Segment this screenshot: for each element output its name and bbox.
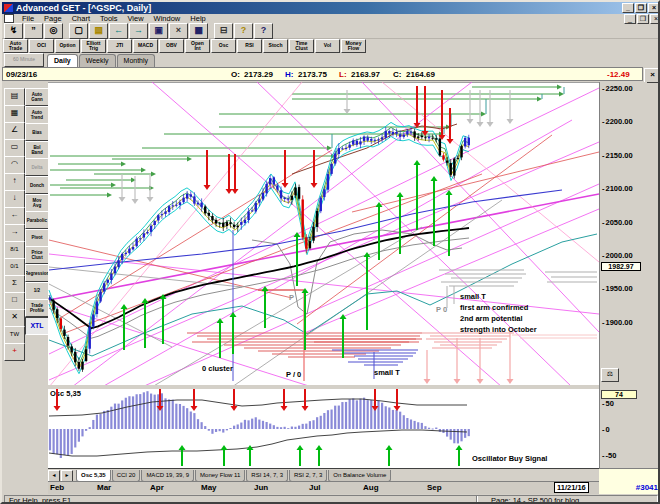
indicator-tab-money-flow-11[interactable]: Money Flow 11	[195, 470, 245, 482]
study-button-money-flow[interactable]: MoneyFlow	[341, 39, 366, 53]
box-tool-icon[interactable]: □	[4, 292, 25, 310]
tab-scroll-left-icon[interactable]: ◄	[48, 470, 60, 482]
child-minimize-button[interactable]: _	[624, 14, 636, 24]
study-button-trade-profile[interactable]: TradeProfile	[25, 299, 49, 317]
axis-properties-icon[interactable]: ⚖	[601, 368, 619, 382]
context-help-icon[interactable]: ?	[254, 23, 273, 39]
main-toolbar: ↯”◎▢▤←→▣×▦⊟??	[2, 23, 660, 39]
ratio-8-1-icon[interactable]: 8/1	[4, 241, 25, 259]
study-button-vol[interactable]: Vol	[315, 39, 340, 53]
svg-text:Osc 5,35: Osc 5,35	[50, 389, 81, 398]
price-tick-label: 2200.00	[602, 117, 633, 126]
next-page-icon[interactable]: →	[129, 23, 148, 39]
ratio-0-1-icon[interactable]: 0/1	[4, 258, 25, 276]
month-label-jul: Jul	[309, 483, 321, 492]
tw-icon[interactable]: TW	[4, 326, 25, 344]
restore-button[interactable]: ❐	[635, 3, 647, 13]
timeframe-60min-button[interactable]: 60 Minute	[4, 53, 44, 67]
delete-page-icon[interactable]: ×	[169, 23, 188, 39]
close-label: C:	[393, 70, 401, 79]
study-button-oci[interactable]: OCI	[29, 39, 54, 53]
prev-page-icon[interactable]: ←	[109, 23, 128, 39]
chart-open-icon[interactable]: ▤	[4, 88, 25, 106]
print-icon[interactable]: ⊟	[214, 23, 233, 39]
child-restore-button[interactable]: ❐	[637, 14, 649, 24]
page-number-badge: #3041	[599, 468, 660, 494]
cross-lines-icon[interactable]: ✕	[4, 309, 25, 327]
study-button-rsi[interactable]: RSI	[237, 39, 262, 53]
svg-text:small T: small T	[460, 292, 486, 301]
right-toolbar: ╱╱╱ALTLBLTRG○≣▭▰◪PTI▦MOB◫A◎▣U	[646, 82, 660, 342]
study-button-parabolic[interactable]: Parabolic	[25, 211, 49, 229]
arrow-down-icon[interactable]: ↓	[4, 190, 25, 208]
study-button-mov-avg[interactable]: MovAvg	[25, 194, 49, 212]
price-axis: 2250.002200.002150.002100.002050.002000.…	[599, 82, 647, 388]
study-button-bol-band[interactable]: BolBand	[25, 141, 49, 159]
arc-tool-icon[interactable]: ◠	[4, 156, 25, 174]
timeframe-tab-daily[interactable]: Daily	[47, 54, 78, 67]
study-button-xtl[interactable]: XTL	[25, 317, 49, 335]
arrow-right-icon[interactable]: →	[4, 224, 25, 242]
study-button-1-2[interactable]: 1/2	[25, 282, 49, 300]
timeframe-tab-weekly[interactable]: Weekly	[79, 54, 116, 67]
study-button-obv[interactable]: OBV	[159, 39, 184, 53]
study-button-stoch[interactable]: Stoch	[263, 39, 288, 53]
study-button-pivot[interactable]: Pivot	[25, 229, 49, 247]
quote-icon[interactable]: ”	[24, 23, 43, 39]
study-button-bias[interactable]: Bias	[25, 123, 49, 141]
indicator-tab-rsi-2-7-3[interactable]: RSI 2, 7, 3	[289, 470, 327, 482]
study-button-option[interactable]: Option	[55, 39, 80, 53]
indicator-tab-osc-5-35[interactable]: Osc 5,35	[76, 470, 111, 482]
timeframe-tab-monthly[interactable]: Monthly	[117, 54, 156, 67]
study-button-time-clust[interactable]: TimeClust	[289, 39, 314, 53]
indicator-tab-on-balance-volume[interactable]: On Balance Volume	[328, 470, 391, 482]
copy-page-icon[interactable]: ▣	[149, 23, 168, 39]
arrow-left-icon[interactable]: ←	[4, 207, 25, 225]
child-close-button[interactable]: ×	[650, 14, 660, 24]
study-button-auto-trade[interactable]: AutoTrade	[3, 39, 28, 53]
left-toolbar: ▤▦∠▭◠↑↓←→8/10/1Σ□✕TW+AutoGannAutoTrendBi…	[2, 82, 48, 468]
sum-icon[interactable]: Σ	[4, 275, 25, 293]
study-button-auto-trend[interactable]: AutoTrend	[25, 106, 49, 124]
price-tick-label: 2000.00	[602, 251, 633, 260]
svg-text:P / 0: P / 0	[286, 370, 301, 379]
oscillator-tick-label: 50	[602, 399, 614, 408]
svg-text:small T: small T	[374, 368, 400, 377]
study-button-donch[interactable]: Donch	[25, 176, 49, 194]
gann-square-icon[interactable]: ▦	[4, 105, 25, 123]
study-button-jti[interactable]: JTI	[107, 39, 132, 53]
close-button[interactable]: ×	[648, 3, 660, 13]
study-button-auto-gann[interactable]: AutoGann	[25, 88, 49, 106]
study-button-regression[interactable]: Regression	[25, 264, 49, 282]
quote-bar-close-icon[interactable]: ×	[644, 68, 660, 83]
study-button-osc[interactable]: Osc	[211, 39, 236, 53]
open-label: O:	[231, 70, 240, 79]
zoom-icon[interactable]: ◎	[44, 23, 63, 39]
month-label-may: May	[201, 483, 217, 492]
indicator-tabs: ◄ ► Osc 5,35CCI 20MACD 19, 39, 9Money Fl…	[48, 468, 599, 482]
price-tick-label: 1900.00	[602, 318, 633, 327]
page-settings-icon[interactable]: ▦	[189, 23, 208, 39]
angle-tool-icon[interactable]: ∠	[4, 122, 25, 140]
chart-canvas[interactable]: 0 clusterP / 0small TPP 0small Tfirst ar…	[48, 82, 599, 469]
indicator-tab-macd-19-39-9[interactable]: MACD 19, 39, 9	[141, 470, 194, 482]
study-button-price-clust[interactable]: PriceClust	[25, 246, 49, 264]
study-button-open-int[interactable]: OpenInt	[185, 39, 210, 53]
study-button-delta[interactable]: Delta	[25, 158, 49, 176]
help-icon[interactable]: ?	[234, 23, 253, 39]
minimize-button[interactable]: _	[622, 3, 634, 13]
ruler-icon[interactable]: ▭	[4, 139, 25, 157]
tab-scroll-right-icon[interactable]: ►	[61, 470, 73, 482]
date-box[interactable]: 11/21/16	[554, 482, 589, 493]
study-button-macd[interactable]: MACD	[133, 39, 158, 53]
new-page-icon[interactable]: ▢	[69, 23, 88, 39]
plus-icon[interactable]: +	[4, 343, 25, 361]
study-button-elliott-trig[interactable]: ElliottTrig	[81, 39, 106, 53]
oscillator-value-box: 74	[601, 390, 637, 399]
pointer-icon[interactable]: ↯	[4, 23, 23, 39]
indicator-tab-cci-20[interactable]: CCI 20	[112, 470, 141, 482]
arrow-up-icon[interactable]: ↑	[4, 173, 25, 191]
indicator-tab-rsi-14-7-3[interactable]: RSI 14, 7, 3	[246, 470, 288, 482]
studies-toolbar: AutoTradeOCIOptionElliottTrigJTIMACDOBVO…	[2, 39, 660, 53]
open-page-icon[interactable]: ▤	[89, 23, 108, 39]
